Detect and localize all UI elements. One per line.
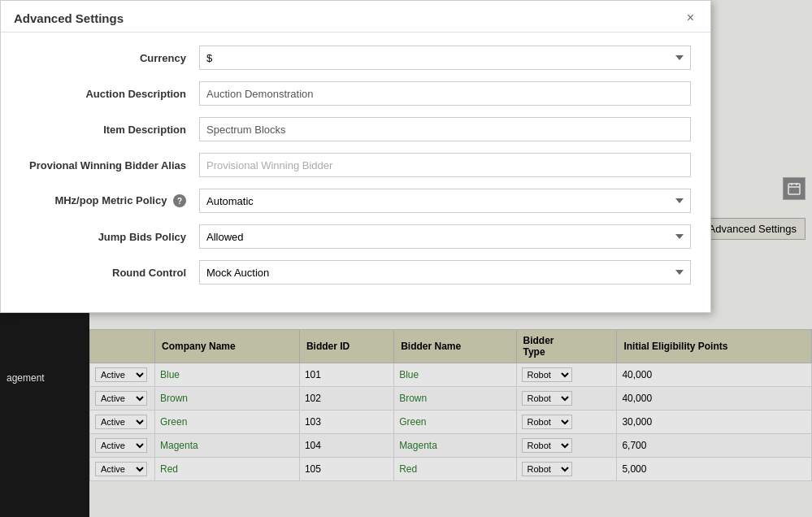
item-description-row: Item Description [20, 117, 691, 141]
item-description-input[interactable] [199, 117, 691, 141]
currency-select[interactable]: $ € £ [199, 46, 691, 70]
provisional-bidder-label: Provional Winning Bidder Alias [20, 159, 199, 172]
mhzpop-label: MHz/pop Metric Policy ? [20, 194, 199, 208]
item-description-label: Item Description [20, 124, 199, 136]
jump-bids-select[interactable]: Allowed Not Allowed [199, 224, 691, 249]
round-control-row: Round Control Mock Auction Live Auction [20, 260, 691, 285]
mhzpop-row: MHz/pop Metric Policy ? Automatic Manual [20, 189, 691, 213]
modal-body: Currency $ € £ Auction Description Item … [1, 33, 710, 312]
jump-bids-row: Jump Bids Policy Allowed Not Allowed [20, 224, 691, 249]
currency-label: Currency [20, 52, 199, 64]
auction-description-input[interactable] [199, 81, 691, 106]
currency-row: Currency $ € £ [20, 46, 691, 70]
provisional-bidder-row: Provional Winning Bidder Alias [20, 153, 691, 177]
modal-close-button[interactable]: × [684, 11, 697, 25]
auction-description-label: Auction Description [20, 88, 199, 100]
round-control-select[interactable]: Mock Auction Live Auction [199, 260, 691, 285]
round-control-label: Round Control [20, 267, 199, 279]
advanced-settings-modal: Advanced Settings × Currency $ € £ Aucti… [0, 0, 711, 313]
auction-description-row: Auction Description [20, 81, 691, 106]
mhzpop-select[interactable]: Automatic Manual [199, 189, 691, 213]
jump-bids-label: Jump Bids Policy [20, 231, 199, 243]
mhzpop-help-icon[interactable]: ? [173, 194, 186, 207]
provisional-bidder-input[interactable] [199, 153, 691, 177]
modal-title: Advanced Settings [14, 11, 124, 25]
modal-header: Advanced Settings × [1, 1, 710, 33]
